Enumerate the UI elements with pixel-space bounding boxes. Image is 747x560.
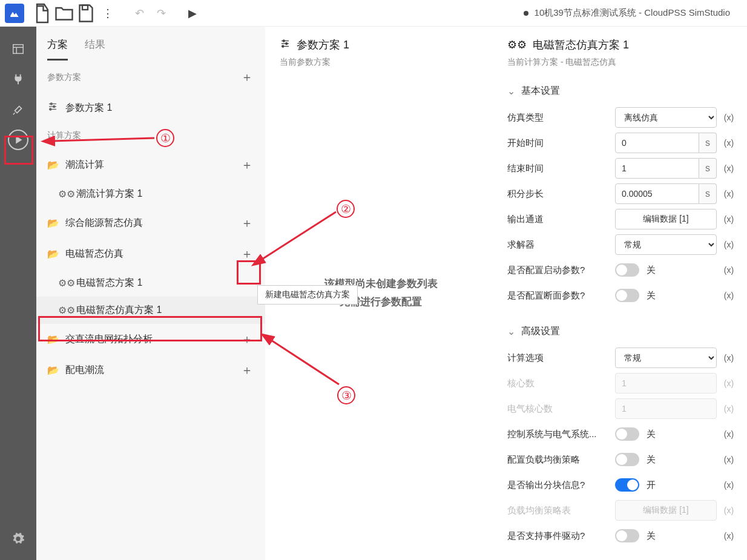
toggle-state: 关	[647, 265, 656, 276]
reset-icon[interactable]: (x)	[722, 455, 736, 464]
tree-folder-emt[interactable]: 📂 电磁暂态仿真 ＋	[36, 239, 265, 269]
reset-icon[interactable]: (x)	[722, 353, 736, 363]
toggle-state: 开	[647, 479, 656, 491]
tree-item-emt1[interactable]: ⚙⚙ 电磁暂态仿真方案 1	[36, 297, 265, 324]
rail-plug-icon[interactable]	[0, 64, 36, 94]
annotation-num-2: ②	[337, 200, 355, 218]
tree-item-param1[interactable]: 参数方案 1	[36, 94, 265, 122]
toggle-startup[interactable]	[615, 263, 639, 277]
svg-rect-1	[13, 45, 24, 54]
section-compute-header: 计算方案	[36, 122, 265, 150]
label-step: 积分步长	[507, 188, 610, 200]
svg-point-13	[286, 42, 288, 44]
reset-icon[interactable]: (x)	[722, 240, 736, 249]
input-ecores	[615, 398, 717, 419]
app-logo[interactable]	[5, 4, 24, 23]
svg-point-5	[50, 103, 52, 105]
label-startup: 是否配置启动参数?	[507, 265, 610, 276]
input-cores	[615, 373, 717, 394]
toggle-block[interactable]	[615, 478, 639, 492]
tree-folder-energy[interactable]: 📂 综合能源暂态仿真 ＋	[36, 208, 265, 239]
label-ecores: 电气核心数	[507, 403, 610, 415]
label-start: 开始时间	[507, 137, 610, 149]
tree-folder-dist[interactable]: 📂 配电潮流 ＋	[36, 355, 265, 386]
rail-settings-icon[interactable]	[0, 524, 36, 554]
rail-tools-icon[interactable]	[0, 94, 36, 125]
section-param-label: 参数方案	[47, 72, 81, 83]
tree-item-flow1[interactable]: ⚙⚙ 潮流计算方案 1	[36, 180, 265, 208]
rail-overview-icon[interactable]	[0, 34, 36, 64]
select-sim-type[interactable]: 离线仿真	[615, 107, 717, 128]
new-file-icon[interactable]	[31, 2, 53, 24]
label-section: 是否配置断面参数?	[507, 290, 610, 301]
reset-icon[interactable]: (x)	[722, 214, 736, 224]
right-title: ⚙⚙ 电磁暂态仿真方案 1	[507, 38, 736, 52]
toggle-event[interactable]	[615, 529, 639, 542]
add-icon[interactable]: ＋	[240, 215, 254, 231]
label-balance: 配置负载均衡策略	[507, 454, 610, 466]
group-adv-label: 高级设置	[521, 325, 560, 338]
input-start[interactable]	[615, 133, 699, 153]
reset-icon[interactable]: (x)	[722, 265, 736, 275]
label-output: 输出通道	[507, 214, 610, 225]
reset-icon[interactable]: (x)	[722, 189, 736, 199]
titlebar: ⋮ ↶ ↷ ▶ 10机39节点标准测试系统 - CloudPSS SimStud…	[0, 0, 747, 27]
tab-scheme[interactable]: 方案	[47, 38, 68, 61]
label-event: 是否支持事件驱动?	[507, 530, 610, 542]
tree-item-emt0[interactable]: ⚙⚙ 电磁暂态方案 1	[36, 269, 265, 297]
select-calc-opt[interactable]: 常规	[615, 348, 717, 368]
save-icon[interactable]	[75, 2, 97, 24]
reset-icon[interactable]: (x)	[722, 291, 736, 300]
sliders-icon	[280, 38, 291, 52]
toggle-state: 关	[647, 530, 656, 542]
reset-icon[interactable]: (x)	[722, 531, 736, 541]
reset-icon[interactable]: (x)	[722, 138, 736, 148]
svg-rect-0	[82, 5, 88, 10]
folder-icon: 📂	[47, 248, 61, 260]
redo-icon[interactable]: ↷	[150, 2, 172, 24]
run-icon[interactable]: ▶	[182, 2, 203, 24]
folder-icon: 📂	[47, 217, 61, 229]
icon-rail	[0, 27, 36, 560]
reset-icon: (x)	[722, 404, 736, 413]
right-panel: ⚙⚙ 电磁暂态仿真方案 1 当前计算方案 - 电磁暂态仿真 ⌄ 基本设置 仿真类…	[496, 27, 747, 560]
add-icon[interactable]: ＋	[240, 157, 254, 173]
more-icon[interactable]: ⋮	[97, 2, 119, 24]
toggle-ctrl[interactable]	[615, 427, 639, 441]
reset-icon: (x)	[722, 506, 736, 515]
add-param-scheme-icon[interactable]: ＋	[240, 69, 254, 85]
tree-item-label: 综合能源暂态仿真	[65, 217, 143, 229]
undo-icon[interactable]: ↶	[128, 2, 150, 24]
reset-icon[interactable]: (x)	[722, 429, 736, 439]
reset-icon[interactable]: (x)	[722, 113, 736, 122]
label-block: 是否输出分块信息?	[507, 479, 610, 491]
add-icon[interactable]: ＋	[240, 331, 254, 348]
svg-point-11	[283, 40, 285, 42]
open-folder-icon[interactable]	[53, 2, 75, 24]
annotation-num-3: ③	[337, 386, 355, 404]
reset-icon[interactable]: (x)	[722, 163, 736, 173]
group-basic[interactable]: ⌄ 基本设置	[507, 85, 736, 97]
add-icon[interactable]: ＋	[240, 362, 254, 378]
tree-item-label: 交直流电网拓扑分析	[65, 333, 153, 346]
input-step[interactable]	[615, 183, 699, 204]
edit-output-button[interactable]: 编辑数据 [1]	[615, 209, 717, 229]
add-emt-icon[interactable]: ＋	[240, 246, 254, 262]
left-panel: 方案 结果 参数方案 ＋ 参数方案 1 计算方案 📂 潮流计算 ＋ ⚙⚙ 潮流计…	[36, 27, 265, 560]
rail-play-icon[interactable]	[0, 125, 36, 155]
group-adv[interactable]: ⌄ 高级设置	[507, 325, 736, 338]
unit-label: s	[699, 158, 717, 179]
toggle-section[interactable]	[615, 289, 639, 302]
section-param-header: 参数方案 ＋	[36, 61, 265, 94]
reset-icon: (x)	[722, 378, 736, 388]
reset-icon[interactable]: (x)	[722, 480, 736, 490]
input-end[interactable]	[615, 158, 699, 179]
svg-point-9	[50, 108, 51, 110]
folder-icon: 📂	[47, 334, 61, 345]
tree-folder-acdc[interactable]: 📂 交直流电网拓扑分析 ＋	[36, 324, 265, 355]
toggle-balance[interactable]	[615, 453, 639, 466]
select-solver[interactable]: 常规	[615, 234, 717, 255]
gears-icon: ⚙⚙	[58, 305, 71, 316]
tab-result[interactable]: 结果	[85, 38, 105, 61]
tree-folder-flow[interactable]: 📂 潮流计算 ＋	[36, 150, 265, 180]
